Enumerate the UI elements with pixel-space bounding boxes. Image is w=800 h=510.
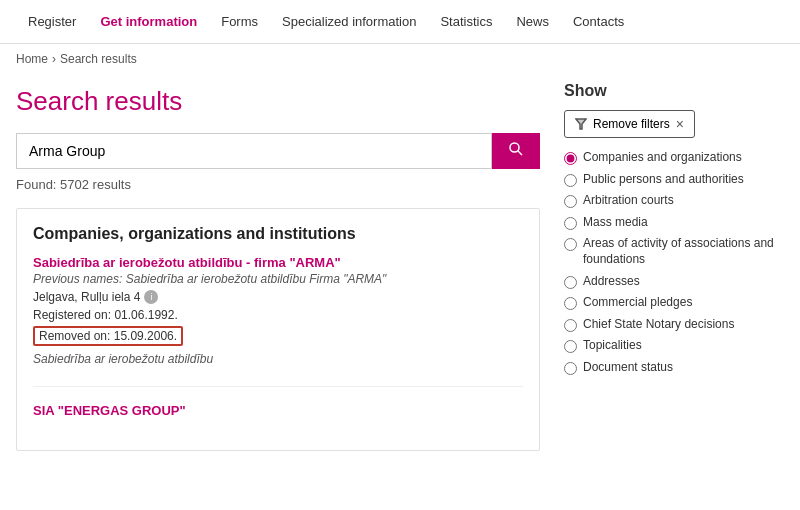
filter-label-public[interactable]: Public persons and authorities: [583, 172, 744, 188]
filter-option-5: Addresses: [564, 274, 784, 290]
nav-register[interactable]: Register: [16, 0, 88, 43]
left-panel: Search results Found: 5702 results Compa…: [16, 74, 540, 451]
svg-point-0: [510, 143, 519, 152]
filter-radio-addresses[interactable]: [564, 276, 577, 289]
nav-contacts[interactable]: Contacts: [561, 0, 636, 43]
remove-filters-button[interactable]: Remove filters ×: [564, 110, 695, 138]
filter-radio-commercial[interactable]: [564, 297, 577, 310]
entity-previous-names: Previous names: Sabiedrība ar ierobežotu…: [33, 272, 523, 286]
results-section-title: Companies, organizations and institution…: [33, 225, 523, 243]
filter-option-8: Topicalities: [564, 338, 784, 354]
nav-specialized[interactable]: Specialized information: [270, 0, 428, 43]
nav-get-information[interactable]: Get information: [88, 0, 209, 43]
nav-statistics[interactable]: Statistics: [428, 0, 504, 43]
entity-address-text: Jelgava, Rulļu iela 4: [33, 290, 140, 304]
search-button[interactable]: [492, 133, 540, 169]
nav-news[interactable]: News: [504, 0, 561, 43]
entity-removed: Removed on: 15.09.2006.: [33, 326, 183, 346]
breadcrumb-home[interactable]: Home: [16, 52, 48, 66]
search-bar: [16, 133, 540, 169]
filter-radio-public[interactable]: [564, 174, 577, 187]
filter-icon: [575, 118, 587, 130]
filter-option-9: Document status: [564, 360, 784, 376]
search-icon: [508, 141, 524, 157]
filter-radio-arbitration[interactable]: [564, 195, 577, 208]
breadcrumb-separator: ›: [52, 52, 56, 66]
filter-radio-topicalities[interactable]: [564, 340, 577, 353]
filter-option-1: Public persons and authorities: [564, 172, 784, 188]
filter-radio-notary[interactable]: [564, 319, 577, 332]
filter-option-4: Areas of activity of associations and fo…: [564, 236, 784, 267]
breadcrumb-current: Search results: [60, 52, 137, 66]
filter-label-document[interactable]: Document status: [583, 360, 673, 376]
entity-registered: Registered on: 01.06.1992.: [33, 308, 523, 322]
svg-line-1: [518, 151, 522, 155]
filter-label-notary[interactable]: Chief State Notary decisions: [583, 317, 734, 333]
search-input[interactable]: [16, 133, 492, 169]
found-text: Found: 5702 results: [16, 177, 540, 192]
entity-address: Jelgava, Rulļu iela 4 i: [33, 290, 523, 304]
main-nav: Register Get information Forms Specializ…: [0, 0, 800, 44]
filter-radio-mass-media[interactable]: [564, 217, 577, 230]
filter-option-3: Mass media: [564, 215, 784, 231]
nav-forms[interactable]: Forms: [209, 0, 270, 43]
filter-radio-document[interactable]: [564, 362, 577, 375]
page-title: Search results: [16, 74, 540, 133]
filter-label-companies[interactable]: Companies and organizations: [583, 150, 742, 166]
remove-filters-x: ×: [676, 116, 684, 132]
filter-option-0: Companies and organizations: [564, 150, 784, 166]
filter-radio-areas[interactable]: [564, 238, 577, 251]
entity-type: Sabiedrība ar ierobežotu atbildību: [33, 352, 523, 366]
filter-label-areas[interactable]: Areas of activity of associations and fo…: [583, 236, 784, 267]
entity-name-link[interactable]: SIA "ENERGAS GROUP": [33, 403, 186, 418]
remove-filters-label: Remove filters: [593, 117, 670, 131]
results-section: Companies, organizations and institution…: [16, 208, 540, 451]
filter-label-mass-media[interactable]: Mass media: [583, 215, 648, 231]
entity-row: SIA "ENERGAS GROUP": [33, 403, 523, 434]
right-panel: Show Remove filters × Companies and orga…: [564, 74, 784, 451]
filter-radio-companies[interactable]: [564, 152, 577, 165]
breadcrumb: Home › Search results: [0, 44, 800, 74]
filter-option-7: Chief State Notary decisions: [564, 317, 784, 333]
filter-radio-group: Companies and organizations Public perso…: [564, 150, 784, 376]
show-panel-title: Show: [564, 82, 784, 100]
filter-label-commercial[interactable]: Commercial pledges: [583, 295, 692, 311]
svg-marker-2: [576, 119, 586, 129]
filter-option-2: Arbitration courts: [564, 193, 784, 209]
main-container: Search results Found: 5702 results Compa…: [0, 74, 800, 467]
filter-label-addresses[interactable]: Addresses: [583, 274, 640, 290]
entity-name-link[interactable]: Sabiedrība ar ierobežotu atbildību - fir…: [33, 255, 341, 270]
info-icon[interactable]: i: [144, 290, 158, 304]
filter-label-arbitration[interactable]: Arbitration courts: [583, 193, 674, 209]
entity-row: Sabiedrība ar ierobežotu atbildību - fir…: [33, 255, 523, 387]
filter-option-6: Commercial pledges: [564, 295, 784, 311]
filter-label-topicalities[interactable]: Topicalities: [583, 338, 642, 354]
